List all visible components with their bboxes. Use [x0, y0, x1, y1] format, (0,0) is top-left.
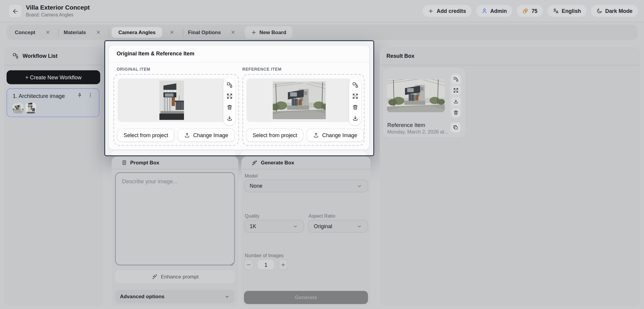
kebab-menu-icon[interactable] — [87, 93, 93, 98]
admin-button[interactable]: Admin — [476, 5, 512, 17]
original-reference-card: Original Item & Reference Item ORIGINAL … — [109, 46, 369, 149]
download-button[interactable] — [351, 115, 359, 122]
workflow-icon — [226, 82, 233, 88]
workflow-item-architecture-image[interactable]: 1. Architecture image — [7, 88, 99, 117]
send-to-workflow-button[interactable] — [351, 81, 359, 89]
increment-images-button[interactable] — [278, 259, 288, 270]
delete-button[interactable] — [451, 108, 460, 117]
close-icon — [45, 30, 50, 34]
delete-button[interactable] — [226, 104, 233, 111]
pin-icon[interactable] — [77, 93, 83, 98]
change-image-button[interactable]: Change Image — [178, 129, 234, 142]
thumbnail-elevation-photo — [25, 103, 36, 113]
coins-icon — [522, 7, 529, 14]
workflow-list-header: Workflow List — [4, 47, 103, 65]
tab-concept[interactable]: Concept — [12, 29, 38, 35]
tab-final-options[interactable]: Final Options — [185, 29, 223, 35]
prompt-input[interactable] — [115, 172, 235, 266]
page-title: Villa Exterior Concept — [26, 4, 90, 11]
reference-item-buttons: Select from project Change Image — [246, 129, 363, 142]
workflow-thumbnail-2[interactable] — [25, 103, 36, 113]
download-icon — [226, 115, 233, 122]
plus-icon — [281, 262, 286, 267]
tab-separator — [183, 28, 183, 36]
change-image-button[interactable]: Change Image — [307, 129, 363, 142]
prompt-box-panel: Prompt Box Enhance prompt Advanced optio… — [112, 157, 238, 306]
title-block: Villa Exterior Concept Board: Camera Ang… — [26, 4, 90, 18]
chevron-down-icon — [224, 294, 230, 299]
prompt-box-top-edge — [112, 151, 236, 155]
enhance-prompt-button[interactable]: Enhance prompt — [115, 270, 235, 283]
close-tab-camera-angles[interactable] — [167, 27, 177, 37]
result-thumbnail[interactable] — [387, 79, 445, 112]
original-image-area — [118, 78, 226, 122]
chevron-down-icon — [293, 223, 298, 229]
decrement-images-button[interactable] — [244, 259, 254, 270]
divider — [109, 62, 369, 62]
divider — [4, 65, 103, 65]
page-subtitle: Board: Camera Angles — [26, 12, 90, 18]
plus-icon — [428, 8, 434, 14]
close-icon — [231, 30, 235, 34]
close-tab-concept[interactable] — [43, 27, 53, 37]
close-icon — [170, 30, 174, 34]
translate-icon — [553, 8, 559, 14]
chevron-down-icon — [357, 183, 362, 189]
expand-button[interactable] — [351, 93, 359, 100]
workflow-thumbnail-1[interactable] — [13, 103, 24, 113]
original-item-dropzone[interactable]: Select from project Change Image — [113, 74, 239, 146]
trash-icon — [226, 104, 233, 110]
app-window: Villa Exterior Concept Board: Camera Ang… — [0, 0, 644, 309]
upload-icon — [184, 132, 191, 138]
select-from-project-button[interactable]: Select from project — [246, 129, 303, 142]
language-button[interactable]: English — [547, 5, 586, 17]
result-image-corner-photo — [387, 79, 445, 112]
back-button[interactable] — [8, 4, 22, 18]
original-item-buttons: Select from project Change Image — [118, 129, 235, 142]
aspect-ratio-select[interactable]: Original — [308, 220, 368, 233]
dark-mode-toggle[interactable]: Dark Mode — [591, 5, 638, 17]
close-tab-final-options[interactable] — [228, 27, 238, 37]
send-to-workflow-button[interactable] — [451, 75, 460, 84]
num-images-label: Number of Images — [245, 253, 284, 258]
quality-select[interactable]: 1K — [244, 220, 304, 233]
document-icon — [121, 160, 127, 166]
create-workflow-button[interactable]: + Create New Workflow — [7, 70, 100, 84]
divider — [380, 65, 640, 65]
download-button[interactable] — [226, 115, 233, 122]
tab-materials[interactable]: Materials — [61, 29, 89, 35]
expand-button[interactable] — [451, 86, 460, 95]
model-select[interactable]: None — [244, 180, 368, 193]
chevron-down-icon — [357, 223, 362, 229]
result-item-card[interactable]: Reference Item Monday, March 2, 2026 at.… — [383, 68, 465, 137]
workflow-item-label: 1. Architecture image — [13, 93, 65, 99]
generate-box-top-edge — [241, 151, 366, 155]
copy-button[interactable] — [450, 122, 460, 132]
workflow-sidebar: Workflow List + Create New Workflow 1. A… — [4, 47, 103, 306]
workflow-list-title: Workflow List — [23, 53, 58, 59]
generate-box-panel: Generate Box Model None Quality 1K Aspec… — [241, 157, 370, 306]
add-credits-button[interactable]: Add credits — [423, 5, 471, 17]
advanced-options-toggle[interactable]: Advanced options — [115, 290, 235, 303]
delete-button[interactable] — [351, 104, 359, 111]
send-to-workflow-button[interactable] — [226, 81, 233, 89]
expand-icon — [453, 87, 459, 93]
tab-camera-angles-active[interactable]: Camera Angles — [112, 27, 162, 38]
reference-item-actions — [349, 78, 361, 125]
num-images-input[interactable] — [257, 259, 275, 270]
quality-label: Quality — [245, 214, 259, 219]
credits-badge[interactable]: 75 — [517, 5, 543, 17]
reference-item-dropzone[interactable]: Select from project Change Image — [242, 74, 365, 146]
generate-button[interactable]: Generate — [244, 291, 368, 304]
expand-icon — [352, 93, 358, 99]
copy-icon — [453, 125, 458, 130]
expand-button[interactable] — [226, 93, 233, 100]
close-tab-materials[interactable] — [93, 27, 103, 37]
download-button[interactable] — [451, 97, 460, 106]
new-board-button[interactable]: New Board — [245, 26, 293, 38]
trash-icon — [453, 110, 459, 115]
tab-separator — [109, 28, 109, 36]
reference-image-area — [246, 78, 352, 122]
select-from-project-button[interactable]: Select from project — [118, 129, 174, 142]
board-tabs: Concept Materials Camera Angles Final Op… — [7, 25, 637, 40]
